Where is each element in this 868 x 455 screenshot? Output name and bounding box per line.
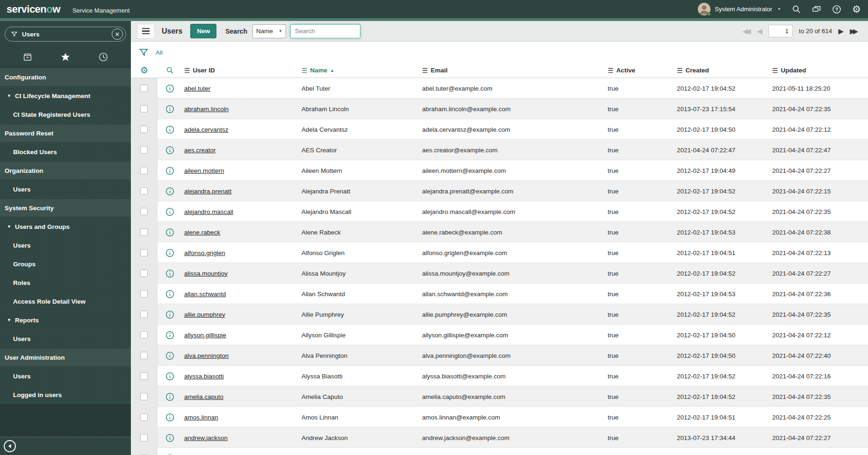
info-icon[interactable] (158, 105, 182, 114)
row-checkbox[interactable] (140, 413, 148, 421)
all-applications-icon[interactable] (22, 51, 33, 63)
user-id-link[interactable]: alfonso.griglen (184, 249, 225, 256)
previous-page-button[interactable]: ◀ (757, 27, 763, 36)
user-id-link[interactable]: aes.creator (184, 147, 216, 154)
history-icon[interactable] (98, 51, 109, 63)
row-checkbox[interactable] (140, 270, 148, 277)
user-id-link[interactable]: allie.pumphrey (184, 311, 225, 318)
last-page-button[interactable]: ▶▶ (850, 27, 858, 36)
row-checkbox[interactable] (140, 208, 148, 215)
row-checkbox[interactable] (140, 249, 148, 256)
sidebar-item-users[interactable]: Users (0, 180, 131, 199)
column-header-name[interactable]: ☰Name▲ (300, 67, 420, 74)
sidebar-item-ci-state-registered-users[interactable]: CI State Registered Users (0, 105, 131, 124)
column-header-updated[interactable]: ☰Updated (770, 67, 868, 74)
user-menu[interactable]: System Administrator ▼ (698, 3, 781, 15)
info-icon[interactable] (158, 249, 182, 257)
column-search-icon[interactable] (158, 66, 182, 74)
breadcrumb-all[interactable]: All (156, 49, 163, 56)
sidebar-item-reports[interactable]: ▼Reports (0, 311, 131, 329)
sidebar-item-password-reset[interactable]: Password Reset (0, 124, 131, 142)
info-icon[interactable] (158, 392, 182, 401)
user-id-link[interactable]: alva.pennington (184, 352, 229, 359)
sidebar-item-users-and-groups[interactable]: ▼Users and Groups (0, 217, 131, 236)
row-checkbox[interactable] (140, 331, 148, 339)
sidebar-item-system-security[interactable]: System Security (0, 199, 131, 217)
page-input[interactable] (768, 25, 793, 37)
row-checkbox[interactable] (140, 167, 148, 174)
sidebar-item-users[interactable]: Users (0, 236, 131, 255)
navigator-filter-input[interactable] (22, 31, 112, 38)
row-checkbox[interactable] (140, 311, 148, 318)
row-checkbox[interactable] (140, 372, 148, 380)
row-checkbox[interactable] (140, 352, 148, 359)
column-header-active[interactable]: ☰Active (606, 67, 675, 74)
gear-icon[interactable]: ⚙ (852, 4, 861, 14)
servicenow-logo[interactable]: servicenow Service Management (7, 3, 130, 15)
user-id-link[interactable]: andrew.jackson (184, 434, 228, 441)
row-checkbox[interactable] (140, 393, 148, 400)
sidebar-item-blocked-users[interactable]: Blocked Users (0, 142, 131, 161)
info-icon[interactable] (158, 269, 182, 278)
info-icon[interactable] (158, 290, 182, 299)
info-icon[interactable] (158, 207, 182, 216)
row-checkbox[interactable] (140, 434, 148, 441)
user-id-link[interactable]: alissa.mountjoy (184, 270, 228, 277)
favorites-icon[interactable] (60, 51, 71, 63)
sidebar-item-user-administration[interactable]: User Administration (0, 348, 131, 367)
user-id-link[interactable]: amelia.caputo (184, 393, 223, 400)
sidebar-item-logged-in-users[interactable]: Logged in users (0, 385, 131, 404)
sidebar-item-users[interactable]: Users (0, 367, 131, 385)
info-icon[interactable] (158, 434, 182, 442)
chat-icon[interactable] (811, 4, 821, 14)
column-header-email[interactable]: ☰Email (420, 67, 606, 74)
column-header-user-id[interactable]: ☰User ID (182, 67, 300, 74)
row-checkbox[interactable] (140, 146, 148, 154)
sidebar-item-roles[interactable]: Roles (0, 273, 131, 292)
user-id-link[interactable]: allyson.gillispie (184, 332, 226, 339)
user-id-link[interactable]: alejandra.prenatt (184, 188, 231, 195)
row-checkbox[interactable] (140, 85, 148, 92)
sidebar-item-users[interactable]: Users (0, 329, 131, 348)
column-header-created[interactable]: ☰Created (675, 67, 770, 74)
info-icon[interactable] (158, 166, 182, 175)
info-icon[interactable] (158, 310, 182, 319)
filter-funnel-icon[interactable] (139, 48, 149, 57)
sidebar-item-ci-lifecycle-management[interactable]: ▼CI Lifecycle Management (0, 86, 131, 105)
user-id-link[interactable]: abel.tuter (184, 85, 210, 92)
user-id-link[interactable]: aileen.mottern (184, 167, 224, 174)
row-checkbox[interactable] (140, 187, 148, 195)
first-page-button[interactable]: ◀◀ (742, 27, 751, 36)
user-id-link[interactable]: amos.linnan (184, 414, 218, 421)
user-id-link[interactable]: alene.rabeck (184, 229, 220, 236)
clear-filter-button[interactable]: ✕ (112, 28, 123, 40)
row-checkbox[interactable] (140, 105, 148, 113)
info-icon[interactable] (158, 228, 182, 237)
search-field-select[interactable]: Name ▼ (252, 24, 286, 38)
info-icon[interactable] (158, 331, 182, 340)
sidebar-item-configuration[interactable]: Configuration (0, 68, 131, 86)
next-page-button[interactable]: ▶ (838, 27, 844, 36)
row-checkbox[interactable] (140, 228, 148, 236)
user-id-link[interactable]: allan.schwantd (184, 291, 226, 298)
info-icon[interactable] (158, 84, 182, 93)
user-id-link[interactable]: abraham.lincoln (184, 106, 229, 113)
search-icon[interactable] (791, 4, 801, 14)
list-context-menu-button[interactable] (137, 24, 155, 39)
info-icon[interactable] (158, 187, 182, 196)
user-id-link[interactable]: alejandro.mascall (184, 208, 233, 215)
list-search-input[interactable] (290, 24, 360, 38)
sidebar-item-access-role-detail-view[interactable]: Access Role Detail View (0, 292, 131, 311)
info-icon[interactable] (158, 146, 182, 155)
new-button[interactable]: New (190, 24, 216, 38)
user-id-link[interactable]: alyssa.biasotti (184, 373, 224, 380)
info-icon[interactable] (158, 413, 182, 422)
row-checkbox[interactable] (140, 290, 148, 298)
info-icon[interactable] (158, 125, 182, 134)
collapse-sidebar-button[interactable] (4, 440, 16, 452)
user-id-link[interactable]: adela.cervantsz (184, 126, 229, 133)
info-icon[interactable] (158, 372, 182, 381)
help-icon[interactable]: ? (832, 4, 841, 14)
personalize-list-gear-icon[interactable]: ⚙ (131, 65, 158, 75)
sidebar-item-organization[interactable]: Organization (0, 161, 131, 180)
